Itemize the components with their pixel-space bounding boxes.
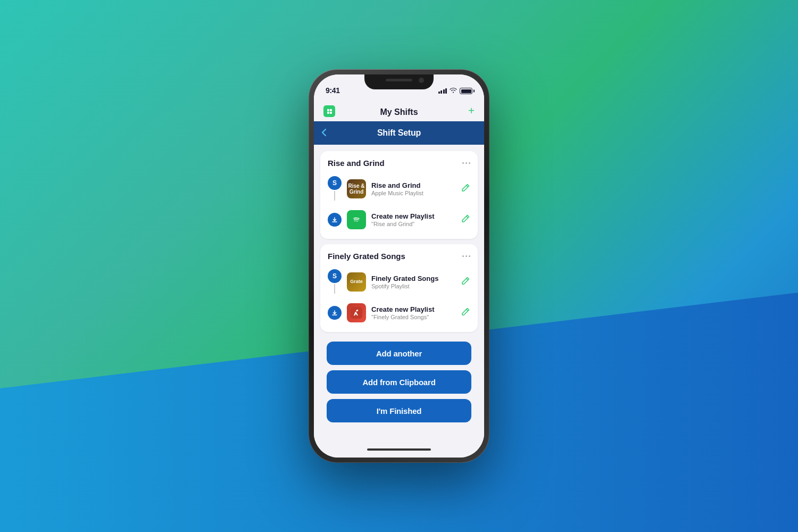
behind-nav-title: My Shifts bbox=[380, 107, 418, 117]
finely-grated-thumbnail: Grate bbox=[347, 272, 366, 292]
phone-shell: 9:41 bbox=[309, 69, 489, 463]
item-subtitle-finely-source: Spotify Playlist bbox=[371, 283, 455, 289]
more-dot-3 bbox=[469, 162, 471, 164]
add-from-clipboard-button[interactable]: Add from Clipboard bbox=[327, 370, 471, 394]
nav-bar: Shift Setup bbox=[314, 121, 484, 145]
rise-grind-app-thumbnail: Rise & Grind bbox=[347, 179, 366, 198]
card-finely-grated-header: Finely Grated Songs bbox=[328, 252, 470, 261]
nav-left-icon-box bbox=[323, 105, 335, 117]
card-finely-grated: Finely Grated Songs S bbox=[320, 244, 478, 332]
wifi-icon bbox=[450, 87, 457, 95]
nav-back-button[interactable] bbox=[321, 128, 327, 138]
finely-grated-source-icon: Grate bbox=[347, 272, 366, 292]
step-circle-s-2: S bbox=[328, 269, 342, 283]
step-indicator-dest-1 bbox=[328, 213, 342, 227]
status-icons bbox=[438, 87, 473, 95]
step-circle-down-2 bbox=[328, 306, 342, 320]
im-finished-button[interactable]: I'm Finished bbox=[327, 399, 471, 422]
add-shift-button[interactable]: + bbox=[468, 105, 475, 117]
item-subtitle-rise-dest: "Rise and Grind" bbox=[371, 221, 455, 227]
step-circle-down-1 bbox=[328, 213, 342, 227]
apple-music-icon-finely-dest bbox=[347, 303, 366, 322]
rise-and-grind-more-button[interactable] bbox=[462, 162, 471, 164]
signal-bar-1 bbox=[438, 92, 440, 94]
screen-content: My Shifts + Shift Setup bbox=[314, 74, 484, 458]
card-rise-and-grind-header: Rise and Grind bbox=[328, 159, 470, 168]
spotify-icon-rise-dest bbox=[347, 210, 366, 229]
nav-left-icon-area bbox=[323, 105, 335, 117]
item-title-finely-source: Finely Grated Songs bbox=[371, 275, 455, 282]
svg-rect-2 bbox=[327, 112, 329, 114]
status-time: 9:41 bbox=[326, 86, 340, 95]
item-info-rise-source: Rise and Grind Apple Music Playlist bbox=[371, 181, 455, 196]
shift-item-finely-source: S Grate Finely Grated Songs Spotify Play… bbox=[328, 267, 470, 297]
item-info-finely-source: Finely Grated Songs Spotify Playlist bbox=[371, 275, 455, 289]
card-finely-grated-title: Finely Grated Songs bbox=[328, 252, 405, 261]
svg-point-4 bbox=[351, 214, 362, 226]
card-rise-and-grind-title: Rise and Grind bbox=[328, 159, 385, 168]
shift-item-finely-dest: Create new Playlist "Finely Grated Songs… bbox=[328, 301, 470, 325]
step-circle-s-1: S bbox=[328, 176, 342, 190]
edit-icon-finely-source[interactable] bbox=[461, 276, 470, 288]
shift-item-rise-source: S Rise & Grind Rise and Grind Apple Musi… bbox=[328, 174, 470, 204]
step-line-2 bbox=[334, 284, 335, 294]
item-title-finely-dest: Create new Playlist bbox=[371, 305, 455, 313]
more-dot-2 bbox=[466, 162, 468, 164]
svg-rect-0 bbox=[327, 109, 329, 111]
notch-speaker bbox=[386, 79, 412, 81]
nav-title: Shift Setup bbox=[377, 128, 421, 138]
notch bbox=[364, 74, 434, 89]
edit-icon-rise-dest[interactable] bbox=[461, 214, 470, 226]
step-line-1 bbox=[334, 191, 335, 201]
phone-screen: 9:41 bbox=[314, 74, 484, 458]
more-dot-fg-3 bbox=[469, 255, 471, 257]
main-content-scroll[interactable]: Rise and Grind S bbox=[314, 145, 484, 442]
action-buttons-area: Add another Add from Clipboard I'm Finis… bbox=[320, 337, 478, 429]
signal-bars-icon bbox=[438, 88, 447, 94]
item-subtitle-rise-source: Apple Music Playlist bbox=[371, 190, 455, 196]
shift-item-rise-dest: Create new Playlist "Rise and Grind" bbox=[328, 208, 470, 231]
signal-bar-2 bbox=[440, 90, 442, 94]
svg-rect-1 bbox=[330, 109, 332, 111]
svg-rect-3 bbox=[330, 112, 332, 114]
apple-music-icon-rise: Rise & Grind bbox=[347, 179, 366, 198]
battery-fill bbox=[461, 89, 471, 93]
item-title-rise-dest: Create new Playlist bbox=[371, 212, 455, 220]
step-indicator-source-2: S bbox=[328, 269, 342, 295]
home-indicator-bar bbox=[367, 448, 431, 451]
edit-icon-rise-source[interactable] bbox=[461, 183, 470, 195]
item-info-finely-dest: Create new Playlist "Finely Grated Songs… bbox=[371, 305, 455, 320]
battery-icon bbox=[460, 88, 472, 94]
item-subtitle-finely-dest: "Finely Grated Songs" bbox=[371, 314, 455, 320]
notch-camera bbox=[419, 78, 424, 83]
step-indicator-source-1: S bbox=[328, 176, 342, 202]
signal-bar-3 bbox=[443, 89, 445, 94]
card-rise-and-grind: Rise and Grind S bbox=[320, 151, 478, 239]
item-title-rise-source: Rise and Grind bbox=[371, 181, 455, 189]
more-dot-1 bbox=[462, 162, 464, 164]
item-info-rise-dest: Create new Playlist "Rise and Grind" bbox=[371, 212, 455, 227]
step-indicator-dest-2 bbox=[328, 306, 342, 320]
edit-icon-finely-dest[interactable] bbox=[461, 307, 470, 319]
more-dot-fg-2 bbox=[466, 255, 468, 257]
signal-bar-4 bbox=[445, 88, 447, 94]
home-indicator-area bbox=[314, 442, 484, 458]
add-another-button[interactable]: Add another bbox=[327, 342, 471, 365]
phone-mockup: 9:41 bbox=[309, 69, 489, 463]
more-dot-fg-1 bbox=[462, 255, 464, 257]
finely-grated-more-button[interactable] bbox=[462, 255, 471, 257]
